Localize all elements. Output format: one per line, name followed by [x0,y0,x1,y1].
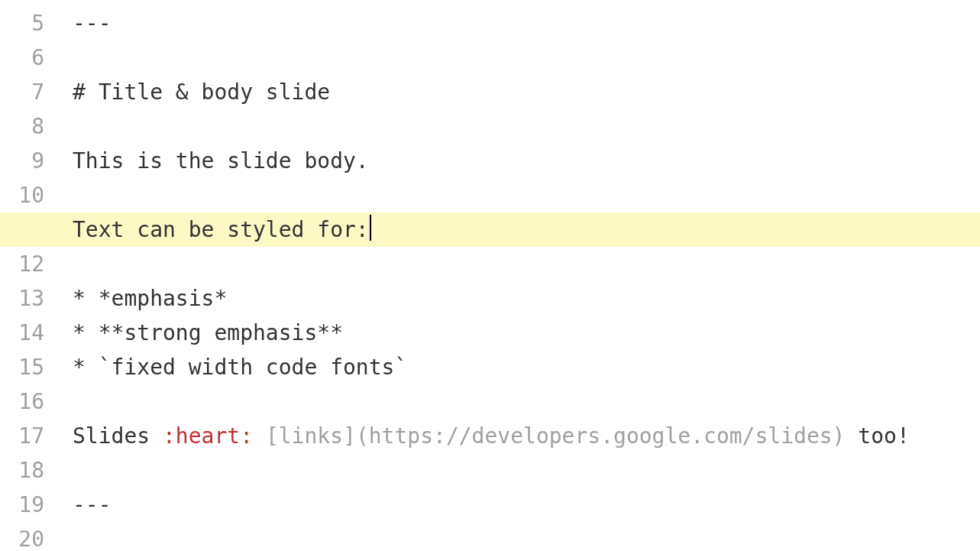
code-line[interactable] [0,453,980,488]
code-editor[interactable]: 567891011121314151617181920 ---# Title &… [0,0,980,551]
code-line[interactable]: * *emphasis* [0,281,980,316]
code-token: :heart: [163,423,253,449]
code-line-content[interactable]: This is the slide body. [73,144,369,178]
code-line-content[interactable]: --- [73,6,112,41]
code-line[interactable]: --- [0,488,980,522]
code-line[interactable] [0,178,980,212]
code-token: * `fixed width code fonts` [73,355,407,380]
code-token: [links](https://developers.google.com/sl… [266,423,846,449]
code-line[interactable]: Text can be styled for: [0,212,980,247]
code-line[interactable]: * **strong emphasis** [0,316,980,350]
code-token: * *emphasis* [73,286,227,311]
code-line[interactable] [0,109,980,144]
code-token: Text can be styled for: [73,217,369,242]
code-line-content[interactable]: * `fixed width code fonts` [73,350,407,384]
code-line[interactable]: This is the slide body. [0,144,980,178]
code-line[interactable]: Slides :heart: [links](https://developer… [0,419,980,453]
code-line-content[interactable]: Text can be styled for: [73,212,371,247]
code-token: * **strong emphasis** [73,320,343,345]
code-line-content[interactable]: --- [73,488,112,522]
code-token: # Title & body slide [73,79,330,105]
code-line-content[interactable]: * *emphasis* [73,281,227,316]
code-line[interactable] [0,522,980,551]
code-token: Slides [73,423,163,449]
code-line[interactable]: # Title & body slide [0,75,980,109]
text-cursor [370,215,371,241]
code-line-content[interactable]: # Title & body slide [73,75,330,109]
code-token [253,423,266,449]
code-line[interactable] [0,384,980,419]
code-token: --- [73,492,112,517]
code-token: This is the slide body. [73,148,369,173]
code-line[interactable]: --- [0,6,980,41]
code-token: too! [845,423,909,449]
code-line[interactable] [0,41,980,75]
code-line-content[interactable]: Slides :heart: [links](https://developer… [73,419,910,453]
code-line-content[interactable]: * **strong emphasis** [73,316,343,350]
code-line[interactable] [0,247,980,281]
code-line[interactable]: * `fixed width code fonts` [0,350,980,384]
code-token: --- [73,11,112,36]
